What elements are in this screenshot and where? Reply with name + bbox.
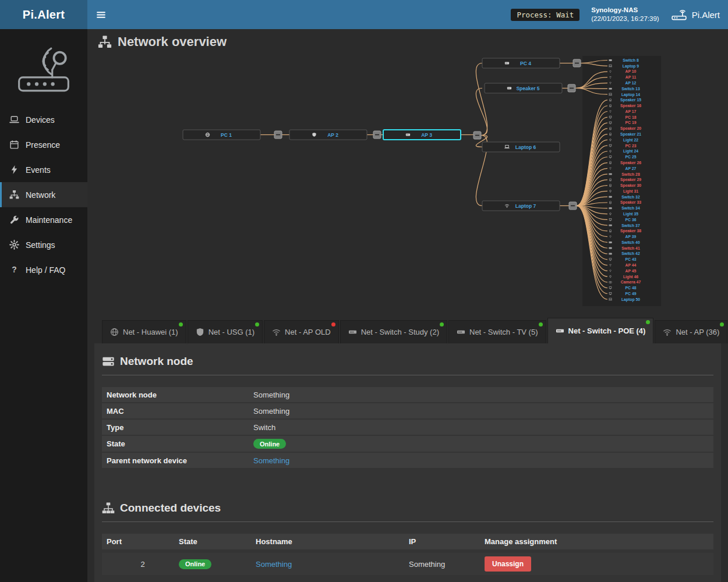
info-row-type: TypeSwitch (102, 420, 713, 435)
connected-devices-header-row: PortStateHostnameIPManage assignment (102, 534, 713, 549)
sidebar-item-label: Presence (26, 140, 60, 150)
pialert-logo-art (0, 29, 87, 107)
sidebar-item-network[interactable]: Network (0, 182, 87, 207)
column-header-hostname: Hostname (256, 537, 409, 546)
sidebar-item-maintenance[interactable]: Maintenance (0, 207, 87, 232)
tab-net-ap-36[interactable]: Net - AP (36) (655, 320, 727, 343)
tab-label: Net - USG (1) (208, 328, 255, 336)
svg-text:Speaker 15: Speaker 15 (620, 98, 641, 102)
tab-content-panel: Network node Network nodeSomethingMACSom… (94, 343, 721, 582)
tab-label: Net - Switch - POE (4) (568, 327, 646, 335)
network-overview-icon (98, 35, 112, 49)
tab-net-switch-study-2[interactable]: Net - Switch - Study (2) (340, 320, 447, 343)
svg-text:AP 17: AP 17 (625, 109, 637, 113)
sidebar-item-presence[interactable]: Presence (0, 132, 87, 157)
diagram-node-laptop-6[interactable]: Laptop 6 (482, 142, 560, 152)
manage-cell: Unassign (485, 556, 709, 572)
collapse-button[interactable] (274, 131, 282, 139)
svg-text:Light 24: Light 24 (623, 149, 638, 154)
svg-text:AP 2: AP 2 (327, 132, 338, 138)
svg-text:Speaker 26: Speaker 26 (620, 161, 641, 165)
svg-text:Switch 32: Switch 32 (621, 195, 640, 199)
sidebar-item-events[interactable]: Events (0, 157, 87, 182)
tab-label: Net - AP OLD (285, 328, 331, 336)
app-root: Pi.Alert Process: Wait Synology-NAS (22/… (0, 0, 728, 582)
sidebar-item-help-faq[interactable]: ?Help / FAQ (0, 257, 87, 282)
diagram-node-ap-3[interactable]: AP 3 (383, 130, 461, 140)
diagram-node-speaker-5[interactable]: Speaker 5 (485, 83, 562, 93)
svg-text:?: ? (12, 265, 16, 274)
tab-net-huawei-1[interactable]: Net - Huawei (1) (102, 320, 186, 343)
svg-text:AP 45: AP 45 (625, 269, 637, 273)
sidebar-nav: DevicesPresenceEventsNetworkMaintenanceS… (0, 107, 87, 282)
network-tabs: Net - Huawei (1)Net - USG (1)Net - AP OL… (87, 318, 728, 343)
unassign-button[interactable]: Unassign (485, 556, 531, 572)
divider (102, 521, 713, 522)
diagram-node-pc-1[interactable]: PC 1 (183, 130, 260, 140)
connected-device-row: 2OnlineSomethingSomethingUnassign (102, 553, 713, 575)
wifi-icon (272, 328, 281, 336)
connected-devices-title: Connected devices (120, 502, 221, 514)
svg-text:PC 43: PC 43 (625, 257, 637, 261)
status-dot (646, 320, 650, 324)
collapse-button[interactable] (569, 202, 577, 210)
info-row-parent-network-device: Parent network deviceSomething (102, 453, 713, 468)
svg-text:Switch 8: Switch 8 (623, 58, 639, 62)
online-badge: Online (179, 559, 211, 569)
collapse-button[interactable] (568, 84, 575, 92)
info-value: Switch (253, 423, 275, 432)
column-header-state: State (179, 537, 256, 546)
diagram-node-laptop-7[interactable]: Laptop 7 (482, 201, 560, 211)
tab-net-ap-old[interactable]: Net - AP OLD (264, 320, 339, 343)
tab-label: Net - Switch - Study (2) (361, 328, 439, 336)
gear-icon (9, 240, 19, 250)
hamburger-icon (96, 10, 106, 20)
svg-text:AP 3: AP 3 (421, 132, 432, 138)
app-logo[interactable]: Pi.Alert (0, 0, 87, 29)
column-header-port: Port (107, 537, 179, 546)
svg-text:AP 12: AP 12 (625, 81, 637, 85)
collapse-button[interactable] (473, 132, 481, 139)
sidebar-item-devices[interactable]: Devices (0, 107, 87, 132)
calendar-icon (9, 140, 19, 150)
tab-net-switch-poe-4[interactable]: Net - Switch - POE (4) (547, 318, 654, 343)
svg-text:PC 18: PC 18 (625, 115, 637, 119)
parent-device-link[interactable]: Something (253, 456, 289, 465)
tab-net-usg-1[interactable]: Net - USG (1) (188, 320, 263, 343)
process-status-badge: Process: Wait (511, 9, 579, 21)
laptop-icon (9, 115, 19, 125)
column-header-manage-assignment: Manage assignment (485, 537, 709, 546)
tab-label: Net - Switch - TV (5) (469, 328, 538, 336)
menu-toggle-button[interactable] (87, 0, 114, 29)
tab-label: Net - Huawei (1) (123, 328, 178, 336)
svg-text:Switch 41: Switch 41 (621, 246, 640, 250)
network-node-table: Network nodeSomethingMACSomethingTypeSwi… (102, 387, 713, 468)
sidebar-item-settings[interactable]: Settings (0, 232, 87, 257)
router-icon (671, 9, 687, 20)
status-dot (331, 322, 335, 327)
svg-text:Laptop 50: Laptop 50 (621, 297, 640, 302)
app-name: Pi.Alert (692, 10, 720, 20)
info-row-state: StateOnline (102, 436, 713, 452)
svg-text:Speaker 5: Speaker 5 (516, 86, 539, 91)
collapse-button[interactable] (573, 59, 581, 67)
collapse-button[interactable] (373, 131, 381, 139)
wrench-icon (9, 215, 19, 225)
tab-net-switch-tv-5[interactable]: Net - Switch - TV (5) (448, 320, 546, 343)
hostname-link[interactable]: Something (256, 560, 292, 569)
diagram-node-ap-2[interactable]: AP 2 (289, 130, 367, 140)
network-topology-diagram: Switch 8Laptop 9AP 10AP 11AP 12Switch 13… (87, 50, 728, 318)
svg-text:PC 49: PC 49 (625, 292, 637, 296)
svg-text:Switch 37: Switch 37 (621, 223, 640, 228)
diagram-node-pc-4[interactable]: PC 4 (482, 58, 560, 68)
svg-text:Speaker 33: Speaker 33 (620, 200, 641, 205)
switch-icon (457, 328, 465, 336)
port-cell: 2 (107, 560, 179, 569)
info-value: Something (253, 391, 289, 399)
diagram-edges (260, 61, 607, 300)
svg-text:Speaker 21: Speaker 21 (620, 132, 641, 137)
svg-text:Laptop 7: Laptop 7 (515, 203, 536, 209)
svg-text:PC 4: PC 4 (520, 61, 531, 66)
sidebar-item-label: Settings (26, 240, 55, 250)
info-label: Type (107, 423, 253, 432)
